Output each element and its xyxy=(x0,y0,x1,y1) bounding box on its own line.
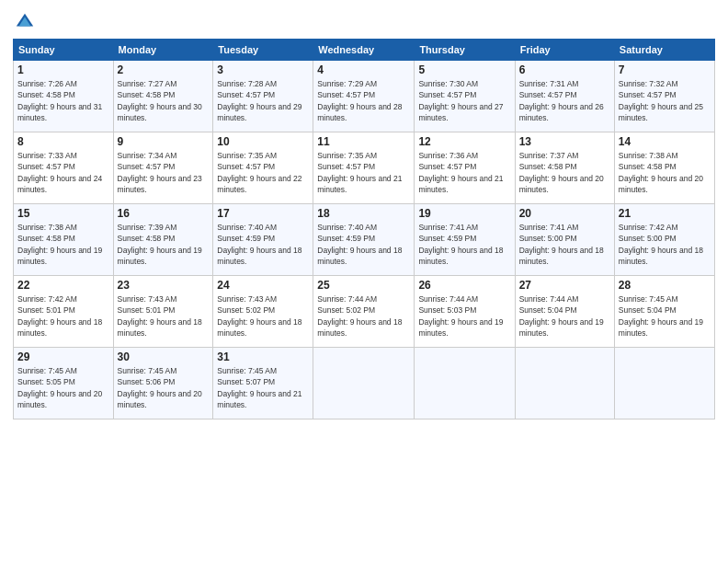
calendar-cell-29: 29Sunrise: 7:45 AMSunset: 5:05 PMDayligh… xyxy=(14,348,114,419)
day-number: 16 xyxy=(118,207,210,220)
calendar-cell-1: 1Sunrise: 7:26 AMSunset: 4:58 PMDaylight… xyxy=(14,61,114,132)
calendar-cell-10: 10Sunrise: 7:35 AMSunset: 4:57 PMDayligh… xyxy=(213,132,313,204)
day-info: Sunrise: 7:27 AMSunset: 4:58 PMDaylight:… xyxy=(118,79,202,122)
day-info: Sunrise: 7:45 AMSunset: 5:07 PMDaylight:… xyxy=(217,366,301,409)
calendar-cell-27: 27Sunrise: 7:44 AMSunset: 5:04 PMDayligh… xyxy=(515,276,614,348)
day-number: 30 xyxy=(118,350,210,363)
calendar-cell-22: 22Sunrise: 7:42 AMSunset: 5:01 PMDayligh… xyxy=(14,276,114,348)
day-number: 10 xyxy=(217,135,309,148)
calendar-cell-empty xyxy=(313,348,415,419)
day-info: Sunrise: 7:38 AMSunset: 4:58 PMDaylight:… xyxy=(619,151,703,194)
calendar-cell-2: 2Sunrise: 7:27 AMSunset: 4:58 PMDaylight… xyxy=(113,61,213,132)
day-number: 17 xyxy=(217,207,309,220)
day-info: Sunrise: 7:43 AMSunset: 5:02 PMDaylight:… xyxy=(217,294,301,338)
calendar-cell-11: 11Sunrise: 7:35 AMSunset: 4:57 PMDayligh… xyxy=(313,132,415,204)
day-number: 8 xyxy=(17,135,109,148)
calendar-week-4: 29Sunrise: 7:45 AMSunset: 5:05 PMDayligh… xyxy=(14,348,715,419)
day-number: 6 xyxy=(519,63,610,76)
calendar-cell-18: 18Sunrise: 7:40 AMSunset: 4:59 PMDayligh… xyxy=(313,204,415,276)
day-info: Sunrise: 7:30 AMSunset: 4:57 PMDaylight:… xyxy=(418,79,503,122)
col-header-wednesday: Wednesday xyxy=(313,40,415,61)
day-number: 22 xyxy=(17,279,109,292)
page: SundayMondayTuesdayWednesdayThursdayFrid… xyxy=(0,0,728,563)
day-info: Sunrise: 7:32 AMSunset: 4:57 PMDaylight:… xyxy=(619,79,703,122)
day-number: 13 xyxy=(519,135,610,148)
calendar-cell-9: 9Sunrise: 7:34 AMSunset: 4:57 PMDaylight… xyxy=(113,132,213,204)
logo-icon xyxy=(15,11,35,31)
calendar-table: SundayMondayTuesdayWednesdayThursdayFrid… xyxy=(13,39,715,419)
col-header-monday: Monday xyxy=(113,40,213,61)
day-info: Sunrise: 7:44 AMSunset: 5:02 PMDaylight:… xyxy=(317,294,402,338)
calendar-cell-7: 7Sunrise: 7:32 AMSunset: 4:57 PMDaylight… xyxy=(614,61,714,132)
header xyxy=(13,11,715,31)
day-number: 27 xyxy=(519,279,610,292)
day-info: Sunrise: 7:43 AMSunset: 5:01 PMDaylight:… xyxy=(118,294,202,338)
calendar-cell-19: 19Sunrise: 7:41 AMSunset: 4:59 PMDayligh… xyxy=(415,204,515,276)
day-number: 5 xyxy=(418,63,510,76)
col-header-sunday: Sunday xyxy=(14,40,114,61)
day-info: Sunrise: 7:44 AMSunset: 5:04 PMDaylight:… xyxy=(519,294,604,338)
col-header-saturday: Saturday xyxy=(614,40,714,61)
day-info: Sunrise: 7:44 AMSunset: 5:03 PMDaylight:… xyxy=(418,294,503,338)
day-number: 21 xyxy=(619,207,711,220)
calendar-cell-23: 23Sunrise: 7:43 AMSunset: 5:01 PMDayligh… xyxy=(113,276,213,348)
calendar-cell-20: 20Sunrise: 7:41 AMSunset: 5:00 PMDayligh… xyxy=(515,204,614,276)
calendar-cell-17: 17Sunrise: 7:40 AMSunset: 4:59 PMDayligh… xyxy=(213,204,313,276)
calendar-cell-3: 3Sunrise: 7:28 AMSunset: 4:57 PMDaylight… xyxy=(213,61,313,132)
col-header-tuesday: Tuesday xyxy=(213,40,313,61)
day-number: 9 xyxy=(118,135,210,148)
calendar-week-0: 1Sunrise: 7:26 AMSunset: 4:58 PMDaylight… xyxy=(14,61,715,132)
calendar-cell-4: 4Sunrise: 7:29 AMSunset: 4:57 PMDaylight… xyxy=(313,61,415,132)
day-info: Sunrise: 7:37 AMSunset: 4:58 PMDaylight:… xyxy=(519,151,604,194)
day-number: 19 xyxy=(418,207,510,220)
day-number: 26 xyxy=(418,279,510,292)
day-info: Sunrise: 7:42 AMSunset: 5:01 PMDaylight:… xyxy=(17,294,102,338)
day-number: 23 xyxy=(118,279,210,292)
day-number: 31 xyxy=(217,350,309,363)
day-info: Sunrise: 7:31 AMSunset: 4:57 PMDaylight:… xyxy=(519,79,604,122)
calendar-cell-empty xyxy=(614,348,714,419)
day-number: 12 xyxy=(418,135,510,148)
calendar-cell-24: 24Sunrise: 7:43 AMSunset: 5:02 PMDayligh… xyxy=(213,276,313,348)
day-number: 4 xyxy=(317,63,410,76)
day-info: Sunrise: 7:35 AMSunset: 4:57 PMDaylight:… xyxy=(217,151,301,194)
day-number: 1 xyxy=(17,63,109,76)
day-number: 29 xyxy=(17,350,109,363)
col-header-friday: Friday xyxy=(515,40,614,61)
day-number: 20 xyxy=(519,207,610,220)
calendar-cell-8: 8Sunrise: 7:33 AMSunset: 4:57 PMDaylight… xyxy=(14,132,114,204)
day-info: Sunrise: 7:39 AMSunset: 4:58 PMDaylight:… xyxy=(118,223,202,266)
calendar-header-row: SundayMondayTuesdayWednesdayThursdayFrid… xyxy=(14,40,715,61)
calendar-cell-empty xyxy=(415,348,515,419)
day-number: 25 xyxy=(317,279,410,292)
day-number: 14 xyxy=(619,135,711,148)
col-header-thursday: Thursday xyxy=(415,40,515,61)
calendar-cell-30: 30Sunrise: 7:45 AMSunset: 5:06 PMDayligh… xyxy=(113,348,213,419)
day-number: 11 xyxy=(317,135,410,148)
day-info: Sunrise: 7:26 AMSunset: 4:58 PMDaylight:… xyxy=(17,79,102,122)
day-info: Sunrise: 7:38 AMSunset: 4:58 PMDaylight:… xyxy=(17,223,102,266)
day-info: Sunrise: 7:45 AMSunset: 5:04 PMDaylight:… xyxy=(619,294,703,338)
day-info: Sunrise: 7:34 AMSunset: 4:57 PMDaylight:… xyxy=(118,151,202,194)
day-info: Sunrise: 7:28 AMSunset: 4:57 PMDaylight:… xyxy=(217,79,301,122)
calendar-cell-26: 26Sunrise: 7:44 AMSunset: 5:03 PMDayligh… xyxy=(415,276,515,348)
day-info: Sunrise: 7:45 AMSunset: 5:06 PMDaylight:… xyxy=(118,366,202,409)
day-info: Sunrise: 7:29 AMSunset: 4:57 PMDaylight:… xyxy=(317,79,402,122)
calendar-cell-28: 28Sunrise: 7:45 AMSunset: 5:04 PMDayligh… xyxy=(614,276,714,348)
calendar-cell-13: 13Sunrise: 7:37 AMSunset: 4:58 PMDayligh… xyxy=(515,132,614,204)
day-number: 18 xyxy=(317,207,410,220)
calendar-cell-5: 5Sunrise: 7:30 AMSunset: 4:57 PMDaylight… xyxy=(415,61,515,132)
calendar-cell-25: 25Sunrise: 7:44 AMSunset: 5:02 PMDayligh… xyxy=(313,276,415,348)
day-number: 15 xyxy=(17,207,109,220)
day-info: Sunrise: 7:45 AMSunset: 5:05 PMDaylight:… xyxy=(17,366,102,409)
day-number: 2 xyxy=(118,63,210,76)
day-info: Sunrise: 7:35 AMSunset: 4:57 PMDaylight:… xyxy=(317,151,402,194)
calendar-cell-6: 6Sunrise: 7:31 AMSunset: 4:57 PMDaylight… xyxy=(515,61,614,132)
calendar-cell-12: 12Sunrise: 7:36 AMSunset: 4:57 PMDayligh… xyxy=(415,132,515,204)
day-info: Sunrise: 7:42 AMSunset: 5:00 PMDaylight:… xyxy=(619,223,703,266)
day-info: Sunrise: 7:41 AMSunset: 5:00 PMDaylight:… xyxy=(519,223,604,266)
calendar-week-2: 15Sunrise: 7:38 AMSunset: 4:58 PMDayligh… xyxy=(14,204,715,276)
calendar-week-1: 8Sunrise: 7:33 AMSunset: 4:57 PMDaylight… xyxy=(14,132,715,204)
calendar-cell-21: 21Sunrise: 7:42 AMSunset: 5:00 PMDayligh… xyxy=(614,204,714,276)
calendar-cell-15: 15Sunrise: 7:38 AMSunset: 4:58 PMDayligh… xyxy=(14,204,114,276)
